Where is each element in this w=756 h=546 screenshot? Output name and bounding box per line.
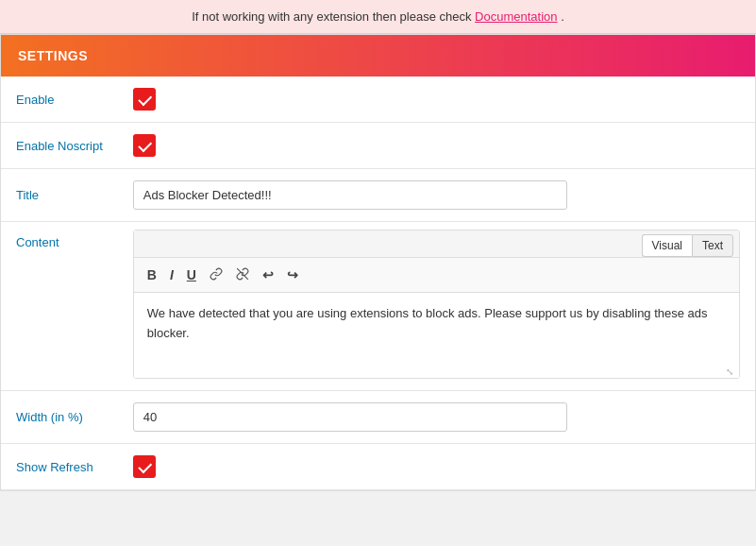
settings-header: SETTINGS bbox=[1, 35, 755, 77]
enable-checkbox[interactable] bbox=[133, 88, 156, 111]
editor-body[interactable]: We have detected that you are using exte… bbox=[134, 293, 739, 378]
title-input-cell bbox=[118, 169, 755, 222]
width-input[interactable] bbox=[133, 402, 567, 432]
table-row: Content Visual Text B I U bbox=[1, 222, 755, 391]
enable-checkbox-cell bbox=[118, 77, 755, 123]
show-refresh-checkbox[interactable] bbox=[133, 455, 156, 478]
notice-bar: If not working with any extension then p… bbox=[0, 0, 756, 34]
table-row: Show Refresh bbox=[1, 444, 755, 490]
width-label: Width (in %) bbox=[1, 391, 118, 444]
toolbar-redo[interactable]: ↪ bbox=[283, 266, 302, 283]
toolbar-link[interactable] bbox=[206, 265, 227, 284]
toolbar-underline[interactable]: U bbox=[183, 266, 200, 283]
tab-text[interactable]: Text bbox=[692, 234, 733, 257]
show-refresh-checkbox-cell bbox=[118, 444, 755, 490]
enable-noscript-checkbox-cell bbox=[118, 123, 755, 169]
content-label: Content bbox=[1, 222, 118, 391]
notice-text: If not working with any extension then p… bbox=[192, 9, 475, 24]
editor-resize-handle[interactable]: ⤡ bbox=[726, 365, 737, 376]
settings-table: Enable Enable Noscript Title bbox=[1, 77, 755, 490]
toolbar-undo[interactable]: ↩ bbox=[259, 266, 277, 283]
show-refresh-label: Show Refresh bbox=[1, 444, 118, 490]
notice-suffix: . bbox=[561, 9, 564, 24]
tab-visual[interactable]: Visual bbox=[642, 234, 692, 257]
settings-panel: SETTINGS Enable Enable Noscript Title bbox=[0, 34, 756, 491]
table-row: Title bbox=[1, 169, 755, 222]
editor-tabs: Visual Text bbox=[134, 230, 739, 258]
editor-content: We have detected that you are using exte… bbox=[147, 306, 708, 340]
table-row: Enable Noscript bbox=[1, 123, 755, 169]
enable-noscript-checkbox[interactable] bbox=[133, 134, 156, 157]
editor-container: Visual Text B I U ↩ bbox=[133, 230, 740, 379]
documentation-link[interactable]: Documentation bbox=[475, 9, 557, 24]
table-row: Enable bbox=[1, 77, 755, 123]
toolbar-bold[interactable]: B bbox=[143, 266, 160, 283]
enable-noscript-label: Enable Noscript bbox=[1, 123, 118, 169]
table-row: Width (in %) bbox=[1, 391, 755, 444]
width-input-cell bbox=[118, 391, 755, 444]
editor-toolbar: B I U ↩ ↪ bbox=[134, 258, 739, 293]
enable-label: Enable bbox=[1, 77, 118, 123]
toolbar-italic[interactable]: I bbox=[166, 266, 177, 283]
title-input[interactable] bbox=[133, 180, 567, 210]
title-label: Title bbox=[1, 169, 118, 222]
content-editor-cell: Visual Text B I U ↩ bbox=[118, 222, 755, 391]
toolbar-unlink[interactable] bbox=[232, 265, 253, 284]
